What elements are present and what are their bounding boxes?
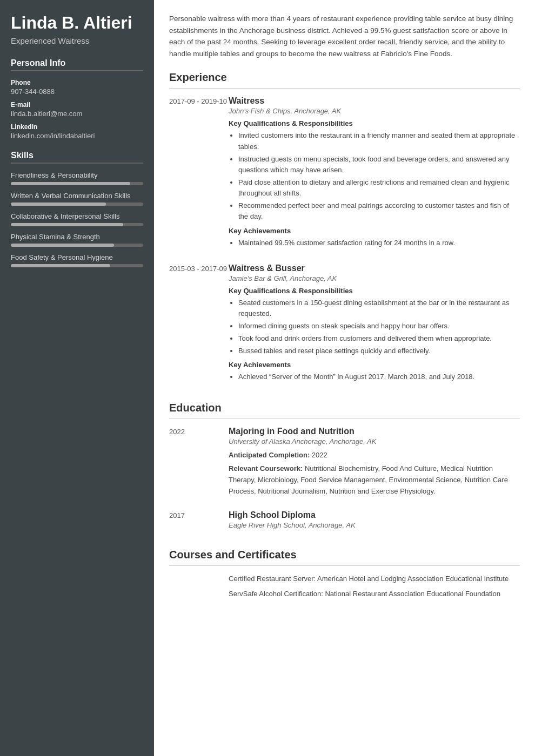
candidate-title: Experienced Waitress	[11, 36, 143, 45]
courses-heading: Courses and Certificates	[169, 549, 520, 561]
achievements-list: Maintained 99.5% customer satisfaction r…	[229, 238, 520, 248]
list-item: ServSafe Alcohol Certification: National…	[229, 589, 520, 599]
experience-entry: 2017-09 - 2019-10WaitressJohn's Fish & C…	[169, 96, 520, 252]
education-entry: 2022Majoring in Food and NutritionUniver…	[169, 427, 520, 499]
relevant-coursework: Relevant Coursework: Nutritional Biochem…	[229, 463, 520, 497]
skill-bar-container	[11, 202, 143, 206]
skill-item: Collaborative & Interpersonal Skills	[11, 212, 143, 226]
entry-title: Waitress & Busser	[229, 264, 520, 273]
linkedin-label: LinkedIn	[11, 123, 143, 131]
list-item: Achieved “Server of the Month” in August…	[238, 372, 520, 382]
list-item: Recommended perfect beer and meal pairin…	[238, 200, 520, 222]
courses-section: Courses and Certificates Certified Resta…	[169, 549, 520, 599]
education-list: 2022Majoring in Food and NutritionUniver…	[169, 427, 520, 533]
entry-subtitle: University of Alaska Anchorage, Anchorag…	[229, 437, 520, 446]
experience-entry: 2015-03 - 2017-09Waitress & BusserJamie'…	[169, 264, 520, 387]
entry-title: High School Diploma	[229, 510, 520, 520]
entry-subtitle: Jamie's Bar & Grill, Anchorage, AK	[229, 274, 520, 282]
experience-section: Experience 2017-09 - 2019-10WaitressJohn…	[169, 71, 520, 387]
skill-name: Collaborative & Interpersonal Skills	[11, 212, 143, 220]
skills-heading: Skills	[11, 151, 143, 164]
anticipated-completion: Anticipated Completion: 2022	[229, 450, 520, 461]
responsibilities-list: Invited customers into the restaurant in…	[229, 130, 520, 222]
list-item: Paid close attention to dietary and alle…	[238, 177, 520, 199]
entry-date: 2017	[169, 510, 229, 534]
list-item: Seated customers in a 150-guest dining e…	[238, 298, 520, 319]
entry-body: WaitressJohn's Fish & Chips, Anchorage, …	[229, 96, 520, 252]
skill-bar-container	[11, 182, 143, 185]
linkedin-value: linkedin.com/in/lindabaltieri	[11, 132, 143, 140]
skill-item: Food Safety & Personal Hygiene	[11, 253, 143, 267]
list-item: Bussed tables and reset place settings q…	[238, 346, 520, 356]
phone-label: Phone	[11, 79, 143, 86]
skill-name: Physical Stamina & Strength	[11, 233, 143, 241]
skill-bar-container	[11, 244, 143, 247]
entry-date: 2017-09 - 2019-10	[169, 96, 229, 252]
skill-item: Friendliness & Personability	[11, 171, 143, 185]
entry-body: Waitress & BusserJamie's Bar & Grill, An…	[229, 264, 520, 387]
skill-item: Physical Stamina & Strength	[11, 233, 143, 247]
email-value: linda.b.altieri@me.com	[11, 110, 143, 118]
experience-divider	[169, 88, 520, 89]
education-heading: Education	[169, 402, 520, 414]
experience-list: 2017-09 - 2019-10WaitressJohn's Fish & C…	[169, 96, 520, 387]
phone-value: 907-344-0888	[11, 87, 143, 96]
entry-title: Majoring in Food and Nutrition	[229, 427, 520, 436]
courses-list: Certified Restaurant Server: American Ho…	[169, 573, 520, 599]
summary-text: Personable waitress with more than 4 yea…	[169, 13, 520, 59]
skill-bar-container	[11, 223, 143, 226]
responsibilities-heading: Key Qualifications & Responsibilities	[229, 287, 520, 295]
skill-bar-container	[11, 264, 143, 267]
entry-title: Waitress	[229, 96, 520, 106]
responsibilities-list: Seated customers in a 150-guest dining e…	[229, 298, 520, 357]
skill-bar-fill	[11, 244, 114, 247]
list-item: Informed dining guests on steak specials…	[238, 321, 520, 332]
education-section: Education 2022Majoring in Food and Nutri…	[169, 402, 520, 533]
list-item: Certified Restaurant Server: American Ho…	[229, 573, 520, 584]
skill-name: Food Safety & Personal Hygiene	[11, 253, 143, 261]
entry-body: High School DiplomaEagle River High Scho…	[229, 510, 520, 534]
skill-bar-fill	[11, 264, 110, 267]
entry-date: 2022	[169, 427, 229, 499]
list-item: Maintained 99.5% customer satisfaction r…	[238, 238, 520, 248]
list-item: Invited customers into the restaurant in…	[238, 130, 520, 152]
entry-body: Majoring in Food and NutritionUniversity…	[229, 427, 520, 499]
email-label: E-mail	[11, 101, 143, 109]
candidate-name: Linda B. Altieri	[11, 13, 143, 33]
entry-date: 2015-03 - 2017-09	[169, 264, 229, 387]
responsibilities-heading: Key Qualifications & Responsibilities	[229, 119, 520, 127]
experience-heading: Experience	[169, 71, 520, 84]
skill-bar-fill	[11, 182, 130, 185]
education-divider	[169, 418, 520, 419]
personal-info-heading: Personal Info	[11, 58, 143, 71]
courses-divider	[169, 565, 520, 566]
entry-subtitle: Eagle River High School, Anchorage, AK	[229, 521, 520, 529]
achievements-heading: Key Achievements	[229, 227, 520, 235]
entry-subtitle: John's Fish & Chips, Anchorage, AK	[229, 107, 520, 115]
skill-name: Friendliness & Personability	[11, 171, 143, 179]
skill-bar-fill	[11, 223, 123, 226]
education-entry: 2017High School DiplomaEagle River High …	[169, 510, 520, 534]
skill-item: Written & Verbal Communication Skills	[11, 192, 143, 206]
list-item: Instructed guests on menu specials, took…	[238, 154, 520, 176]
achievements-heading: Key Achievements	[229, 361, 520, 369]
skill-name: Written & Verbal Communication Skills	[11, 192, 143, 200]
list-item: Took food and drink orders from customer…	[238, 333, 520, 344]
courses-items: Certified Restaurant Server: American Ho…	[169, 573, 520, 599]
skill-bar-fill	[11, 202, 106, 206]
achievements-list: Achieved “Server of the Month” in August…	[229, 372, 520, 382]
skills-list: Friendliness & PersonabilityWritten & Ve…	[11, 171, 143, 267]
sidebar: Linda B. Altieri Experienced Waitress Pe…	[0, 0, 154, 756]
main-content: Personable waitress with more than 4 yea…	[154, 0, 535, 756]
